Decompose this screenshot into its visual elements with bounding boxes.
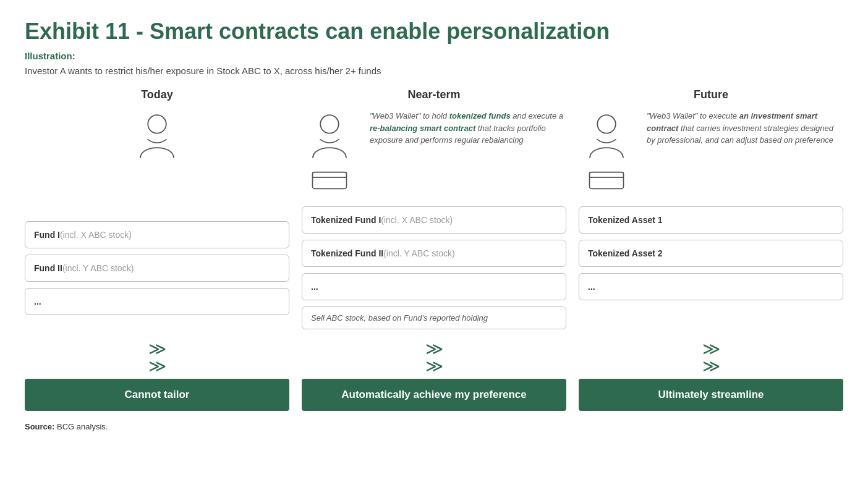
col-header-today: Today (25, 88, 289, 101)
fund-label-near-2-light: (incl. Y ABC stock) (383, 248, 454, 258)
future-person-desc-row: "Web3 Wallet" to execute an investment s… (579, 110, 843, 196)
result-btn-near: Automatically achieve my preference (302, 379, 566, 411)
fund-box-future-3: ... (579, 273, 843, 300)
result-btn-today: Cannot tailor (25, 379, 289, 411)
fund-box-near-1: Tokenized Fund I (incl. X ABC stock) (302, 206, 566, 234)
column-near: Near-term "Web3 Wallet" to hold tokenize… (302, 88, 566, 411)
near-description: "Web3 Wallet" to hold tokenized funds an… (370, 110, 566, 146)
fund-label-near-3-bold: ... (311, 282, 318, 292)
col-header-future: Future (579, 88, 843, 101)
fund-label-future-3-bold: ... (588, 282, 595, 292)
svg-rect-7 (590, 172, 624, 177)
fund-label-today-1-light: (incl. X ABC stock) (60, 230, 132, 240)
fund-label-today-2-light: (incl. Y ABC stock) (62, 263, 134, 273)
arrow-today: ≫≫ (25, 340, 289, 375)
col-header-near: Near-term (302, 88, 566, 101)
fund-label-today-3-bold: ... (34, 297, 41, 306)
fund-box-near-3: ... (302, 273, 566, 300)
svg-rect-3 (313, 172, 347, 177)
svg-rect-2 (313, 172, 347, 189)
fund-label-near-2-bold: Tokenized Fund II (311, 248, 383, 258)
fund-box-future-1: Tokenized Asset 1 (579, 206, 843, 234)
fund-box-near-2: Tokenized Fund II (incl. Y ABC stock) (302, 240, 566, 267)
fund-box-today-3: ... (25, 288, 289, 315)
source-label: Source: (25, 422, 54, 431)
svg-point-5 (597, 115, 615, 133)
future-description: "Web3 Wallet" to execute an investment s… (647, 110, 843, 146)
near-person-desc-row: "Web3 Wallet" to hold tokenized funds an… (302, 110, 566, 196)
today-person-area (25, 110, 289, 209)
svg-rect-6 (590, 172, 624, 189)
source-line: Source: BCG analysis. (25, 422, 843, 431)
svg-point-1 (320, 115, 338, 133)
source-text: BCG analysis. (54, 422, 108, 431)
fund-label-future-1-bold: Tokenized Asset 1 (588, 215, 663, 225)
fund-label-near-1-bold: Tokenized Fund I (311, 215, 381, 225)
fund-label-today-1-bold: Fund I (34, 230, 60, 240)
column-today: Today Fund I (incl. X ABC stock) Fund II… (25, 88, 289, 411)
sell-box-near: Sell ABC stock, based on Fund's reported… (302, 306, 566, 329)
illustration-label: Illustration: (25, 51, 75, 61)
fund-label-future-2-bold: Tokenized Asset 2 (588, 248, 663, 258)
fund-box-today-1: Fund I (incl. X ABC stock) (25, 221, 289, 248)
wallet-icon-future (588, 168, 625, 190)
column-future: Future "Web3 Wallet" to execute an inves… (579, 88, 843, 411)
arrow-near: ≫≫ (302, 340, 566, 375)
person-icon-near (302, 110, 357, 166)
result-btn-future: Ultimately streamline (579, 379, 843, 411)
person-icon-future (579, 110, 634, 166)
main-columns: Today Fund I (incl. X ABC stock) Fund II… (25, 88, 843, 411)
wallet-icon-near (311, 168, 348, 190)
subtitle: Investor A wants to restrict his/her exp… (25, 65, 843, 76)
fund-label-near-1-light: (incl. X ABC stock) (381, 215, 453, 225)
fund-box-today-2: Fund II (incl. Y ABC stock) (25, 255, 289, 282)
arrow-future: ≫≫ (579, 340, 843, 375)
person-icon-today (129, 110, 185, 166)
fund-box-future-2: Tokenized Asset 2 (579, 240, 843, 267)
fund-label-today-2-bold: Fund II (34, 263, 62, 273)
svg-point-0 (148, 115, 166, 133)
page-title: Exhibit 11 - Smart contracts can enable … (25, 19, 843, 44)
